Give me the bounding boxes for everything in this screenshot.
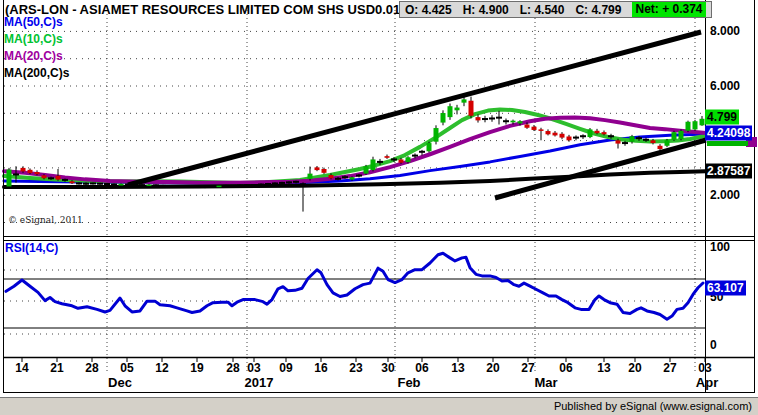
x-month-label: Feb xyxy=(397,375,420,390)
x-day-label: 30 xyxy=(381,361,394,375)
x-day-label: 03 xyxy=(247,361,260,375)
legend-ma10[interactable]: MA(10,C)s xyxy=(4,31,69,48)
x-day-label: 06 xyxy=(559,361,572,375)
x-day-label: 19 xyxy=(190,361,203,375)
price-axis-label: 8.000 xyxy=(710,24,740,38)
rsi-axis-label: 100 xyxy=(710,240,730,254)
rsi-study-label[interactable]: RSI(14,C) xyxy=(5,241,58,255)
x-day-label: 05 xyxy=(120,361,133,375)
x-day-label: 12 xyxy=(155,361,168,375)
x-day-label: 28 xyxy=(85,361,98,375)
low-value: L: 4.540 xyxy=(520,3,565,17)
x-day-label: 03 xyxy=(698,361,711,375)
net-change-badge: Net: + 0.374 xyxy=(632,2,705,17)
x-day-label: 23 xyxy=(349,361,362,375)
legend-ma20[interactable]: MA(20,C)s xyxy=(4,48,69,65)
x-day-label: 14 xyxy=(15,361,28,375)
price-axis-badge: 2.87587 xyxy=(705,164,752,179)
x-day-label: 27 xyxy=(521,361,534,375)
x-month-label: Apr xyxy=(696,375,718,390)
esignal-chart-window: (ARS-LON - ASIAMET RESOURCES LIMITED COM… xyxy=(0,0,758,415)
x-day-label: 13 xyxy=(597,361,610,375)
price-axis-label: 6.000 xyxy=(710,79,740,93)
price-axis-badge: 4.799 xyxy=(705,110,739,125)
rsi-axis-label: 0 xyxy=(710,338,717,352)
high-value: H: 4.900 xyxy=(463,3,509,17)
rsi-value-badge: 63.107 xyxy=(705,281,746,296)
x-day-label: 06 xyxy=(415,361,428,375)
x-day-label: 20 xyxy=(628,361,641,375)
ma-legend: MA(50,C)s MA(10,C)s MA(20,C)s MA(200,C)s xyxy=(4,14,69,82)
x-day-label: 09 xyxy=(279,361,292,375)
x-month-label: Dec xyxy=(108,375,132,390)
open-value: O: 4.425 xyxy=(405,3,452,17)
price-axis-badge: 4.24098 xyxy=(705,126,752,141)
x-day-label: 20 xyxy=(486,361,499,375)
x-day-label: 21 xyxy=(50,361,63,375)
x-month-label: Mar xyxy=(534,375,557,390)
close-value: C: 4.799 xyxy=(575,3,621,17)
price-rsi-chart[interactable] xyxy=(0,0,758,415)
x-day-label: 28 xyxy=(226,361,239,375)
x-day-label: 13 xyxy=(451,361,464,375)
esignal-watermark: © eSignal, 2011 xyxy=(8,215,83,225)
x-day-label: 27 xyxy=(663,361,676,375)
ohlc-readout: O: 4.425 H: 4.900 L: 4.540 C: 4.799 Net:… xyxy=(399,1,712,18)
legend-ma50[interactable]: MA(50,C)s xyxy=(4,14,69,31)
x-day-label: 16 xyxy=(314,361,327,375)
legend-ma200[interactable]: MA(200,C)s xyxy=(4,65,69,82)
price-axis-label: 2.000 xyxy=(710,188,740,202)
x-month-label: 2017 xyxy=(245,375,274,390)
footer-bar: Published by eSignal (www.esignal.com) xyxy=(0,397,758,415)
